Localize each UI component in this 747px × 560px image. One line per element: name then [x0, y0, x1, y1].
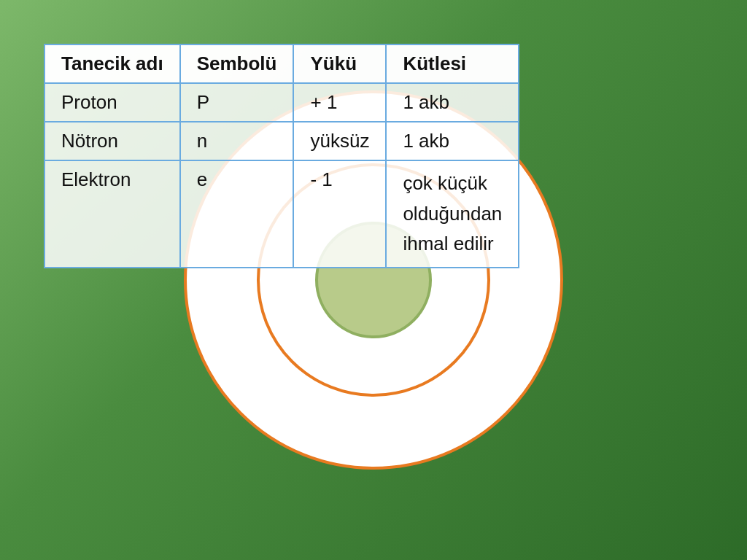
electron-name: Elektron — [44, 160, 180, 268]
header-name: Tanecik adı — [44, 44, 180, 83]
header-symbol: Sembolü — [180, 44, 294, 83]
electron-mass: çok küçükolduğundanihmal edilir — [386, 160, 519, 268]
table-row-electron: Elektron e - 1 çok küçükolduğundanihmal … — [44, 160, 519, 268]
header-charge: Yükü — [293, 44, 386, 83]
proton-mass: 1 akb — [386, 83, 519, 122]
table-header-row: Tanecik adı Sembolü Yükü Kütlesi — [44, 44, 519, 83]
header-mass: Kütlesi — [386, 44, 519, 83]
neutron-charge: yüksüz — [293, 122, 386, 160]
neutron-name: Nötron — [44, 122, 180, 160]
proton-name: Proton — [44, 83, 180, 122]
table-row-neutron: Nötron n yüksüz 1 akb — [44, 122, 519, 160]
proton-charge: + 1 — [293, 83, 386, 122]
neutron-symbol: n — [180, 122, 294, 160]
particle-table: Tanecik adı Sembolü Yükü Kütlesi Proton … — [44, 44, 519, 268]
neutron-mass: 1 akb — [386, 122, 519, 160]
proton-symbol: P — [180, 83, 294, 122]
electron-charge: - 1 — [293, 160, 386, 268]
table-row-proton: Proton P + 1 1 akb — [44, 83, 519, 122]
page-container: Tanecik adı Sembolü Yükü Kütlesi Proton … — [0, 0, 747, 560]
particle-table-wrapper: Tanecik adı Sembolü Yükü Kütlesi Proton … — [44, 44, 519, 268]
electron-symbol: e — [180, 160, 294, 268]
